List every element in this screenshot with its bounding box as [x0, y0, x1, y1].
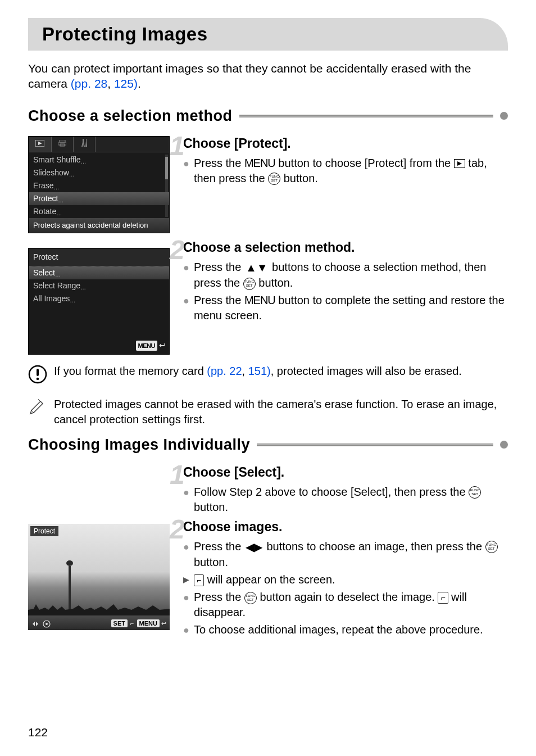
func-set-icon: FUNCSET: [485, 541, 498, 553]
step-number-1: 1: [170, 130, 185, 161]
intro-paragraph: You can protect important images so that…: [28, 61, 508, 92]
lcd-head-protect: Protect: [29, 248, 169, 266]
playback-tab-icon: [454, 159, 465, 168]
svg-point-12: [46, 623, 48, 625]
lcd-item-slideshow: Slideshow: [29, 166, 169, 179]
intro-sep: ,: [107, 77, 114, 90]
lcd-footer: MENU↩: [29, 338, 169, 354]
photo-counter-icon: [31, 620, 52, 628]
key-lock-icon: ⌐: [194, 574, 204, 586]
step-2b-bullet-1: ● Press the ◀▶ buttons to choose an imag…: [183, 539, 508, 570]
step-2-bullet-2: ● Press the MENU button to complete the …: [183, 293, 508, 323]
svg-rect-2: [60, 140, 65, 142]
svg-point-8: [37, 377, 39, 380]
triangle-bullet-icon: ▶: [183, 574, 189, 587]
note-link-pp22[interactable]: (pp. 22: [207, 365, 242, 377]
key-lock-icon: ⌐: [129, 620, 135, 627]
heading-dashcap: [500, 441, 508, 449]
intro-link-125[interactable]: 125): [114, 77, 138, 90]
menu-chip: MENU: [137, 619, 160, 627]
up-down-arrows-icon: ▲▼: [246, 260, 268, 275]
lcd-item-smart-shuffle: Smart Shuffle: [29, 153, 169, 166]
svg-marker-5: [457, 161, 462, 166]
caution-icon: [28, 365, 47, 388]
step-2b-bullet-3: ● Press the FUNCSET button again to dese…: [183, 590, 508, 620]
heading-dashline: [257, 443, 493, 446]
step-2b-title: Choose images.: [183, 519, 508, 535]
lcd-item-select-range: Select Range: [29, 279, 169, 292]
section-heading-text: Choosing Images Individually: [28, 436, 250, 454]
lcd-tab-playback: [29, 137, 52, 152]
bullet-dot-icon: ●: [183, 591, 189, 620]
return-arrow-icon: ↩: [161, 620, 166, 627]
tip-text: Protected images cannot be erased with t…: [54, 397, 508, 427]
step-2-title: Choose a selection method.: [183, 240, 508, 255]
lcd-item-erase: Erase: [29, 179, 169, 192]
pencil-note-icon: [28, 398, 47, 420]
step-number-1b: 1: [170, 459, 185, 490]
lcd-photo-preview: Protect SET ⌐ MENU ↩: [28, 524, 170, 630]
bullet-dot-icon: ●: [183, 294, 189, 323]
key-lock-icon: ⌐: [438, 592, 448, 604]
step-1-bullet-1: ● Press the MENU button to choose [Prote…: [183, 156, 508, 186]
func-set-icon: FUNCSET: [244, 592, 257, 604]
step-1b-bullet: ● Follow Step 2 above to choose [Select]…: [183, 485, 508, 515]
tip-note: Protected images cannot be erased with t…: [28, 397, 508, 427]
intro-link-pp28[interactable]: (pp. 28: [71, 77, 107, 90]
svg-marker-9: [33, 622, 35, 626]
step-1-title: Choose [Protect].: [183, 136, 508, 151]
heading-dashcap: [500, 112, 508, 120]
section-heading-choosing-individually: Choosing Images Individually: [28, 436, 508, 454]
step-2b-bullet-2: ▶ ⌐ will appear on the screen.: [183, 572, 508, 587]
caution-note: If you format the memory card (pp. 22, 1…: [28, 364, 508, 388]
set-chip: SET: [111, 619, 128, 627]
step-2-bullet-1: ● Press the ▲▼ buttons to choose a selec…: [183, 260, 508, 291]
svg-marker-1: [38, 142, 42, 145]
step-number-2: 2: [170, 234, 185, 265]
menu-text-icon: MENU: [244, 294, 275, 306]
page-title: Protecting Images: [28, 18, 508, 51]
page-number: 122: [28, 726, 48, 739]
photo-badge-protect: Protect: [30, 526, 58, 536]
return-arrow-icon: ↩: [159, 341, 166, 350]
func-set-icon: FUNCSET: [268, 173, 280, 185]
step-number-2b: 2: [170, 514, 185, 545]
step-2b-bullet-4: ● To choose additional images, repeat th…: [183, 622, 508, 637]
lcd-tab-print: [52, 137, 74, 152]
skyline-silhouette: [28, 593, 170, 615]
svg-marker-10: [36, 622, 38, 626]
menu-text-icon: MENU: [244, 157, 275, 169]
step-1b-title: Choose [Select].: [183, 465, 508, 480]
section-heading-choose-method: Choose a selection method: [28, 107, 508, 125]
lcd-item-select: Select: [29, 266, 169, 279]
lcd-protect-submenu: Protect Select Select Range All Images M…: [28, 248, 170, 355]
intro-tail: .: [138, 77, 141, 90]
func-set-icon: FUNCSET: [243, 278, 256, 290]
menu-badge: MENU: [136, 341, 157, 351]
func-set-icon: FUNCSET: [469, 486, 481, 499]
lcd-item-all-images: All Images: [29, 292, 169, 305]
heading-dashline: [239, 115, 493, 117]
svg-rect-7: [37, 369, 39, 376]
left-right-arrows-icon: ◀▶: [246, 540, 262, 555]
lcd-tab-tools: [74, 137, 96, 152]
bullet-dot-icon: ●: [183, 623, 189, 637]
lcd-item-protect: Protect: [29, 192, 169, 205]
lcd-menu-playback: Smart Shuffle Slideshow Erase Protect Ro…: [28, 136, 170, 233]
lcd-help-text: Protects against accidental deletion: [29, 218, 169, 233]
lcd-item-rotate: Rotate: [29, 205, 169, 218]
section-heading-text: Choose a selection method: [28, 107, 233, 125]
note-link-151[interactable]: 151): [248, 365, 271, 377]
